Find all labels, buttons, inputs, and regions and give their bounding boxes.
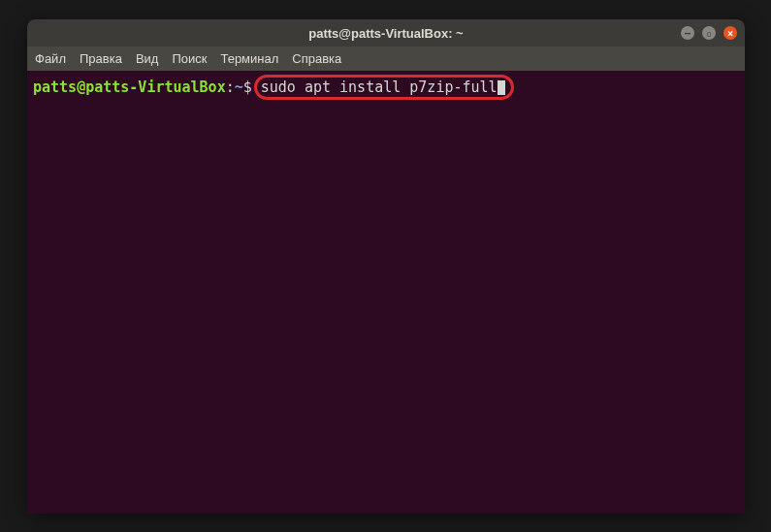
- menu-search[interactable]: Поиск: [172, 51, 207, 66]
- menu-view[interactable]: Вид: [136, 51, 159, 66]
- titlebar[interactable]: patts@patts-VirtualBox: ~ – ▫ ×: [27, 19, 745, 47]
- menubar: Файл Правка Вид Поиск Терминал Справка: [27, 47, 745, 71]
- command-text: sudo apt install p7zip-full: [261, 78, 498, 96]
- prompt-line: patts@patts-VirtualBox:~$ sudo apt insta…: [33, 75, 739, 100]
- minimize-button[interactable]: –: [681, 26, 694, 40]
- window-title: patts@patts-VirtualBox: ~: [308, 26, 463, 41]
- prompt-colon: :: [226, 78, 235, 96]
- cursor-icon: [498, 80, 505, 95]
- window-controls: – ▫ ×: [681, 26, 737, 40]
- maximize-button[interactable]: ▫: [702, 26, 716, 40]
- close-button[interactable]: ×: [723, 26, 737, 40]
- menu-help[interactable]: Справка: [292, 51, 341, 66]
- prompt-symbol: $: [243, 78, 252, 96]
- prompt-user-host: patts@patts-VirtualBox: [33, 78, 226, 96]
- menu-terminal[interactable]: Терминал: [220, 51, 278, 66]
- menu-edit[interactable]: Правка: [80, 51, 122, 66]
- terminal-window: patts@patts-VirtualBox: ~ – ▫ × Файл Пра…: [27, 19, 745, 514]
- terminal-body[interactable]: patts@patts-VirtualBox:~$ sudo apt insta…: [27, 71, 745, 104]
- command-highlight: sudo apt install p7zip-full: [254, 75, 514, 100]
- prompt-path: ~: [235, 78, 243, 96]
- menu-file[interactable]: Файл: [35, 51, 66, 66]
